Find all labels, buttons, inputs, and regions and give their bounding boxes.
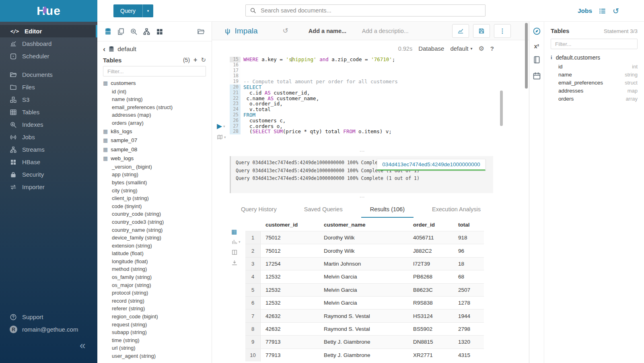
execute-options-caret[interactable]: ▾	[223, 124, 225, 128]
schema-filter[interactable]	[551, 39, 638, 49]
tab-saved-queries[interactable]: Saved Queries	[295, 204, 352, 218]
tab-results-106-[interactable]: Results (106)	[361, 204, 414, 218]
schema-table-name[interactable]: default.customers	[556, 54, 601, 61]
assist-filter-input[interactable]	[107, 68, 202, 75]
assist-column[interactable]: subapp (string)	[97, 328, 212, 336]
collapse-sidebar-icon[interactable]: «	[80, 339, 85, 352]
sidebar-item-dashboard[interactable]: Dashboard	[0, 37, 97, 50]
editor-assistant-icon[interactable]	[533, 27, 541, 37]
assist-column[interactable]: request (string)	[97, 320, 212, 328]
schema-table-row[interactable]: i default.customers	[551, 54, 638, 61]
assist-table-sample-08[interactable]: ▦sample_08	[97, 145, 212, 154]
chart-button[interactable]	[452, 24, 469, 38]
assist-column[interactable]: bytes (smallint)	[97, 179, 212, 187]
editor-scrollbar[interactable]	[500, 91, 503, 126]
info-icon[interactable]: i	[551, 54, 552, 61]
assist-column[interactable]: os_family (string)	[97, 273, 212, 281]
explain-options-caret[interactable]: ▾	[224, 135, 226, 139]
settings-gear-icon[interactable]: ⚙	[478, 45, 484, 52]
new-query-button[interactable]: Query ▾	[113, 4, 153, 17]
sql-code-editor[interactable]: 15WHERE a.key = 'shipping' and a.zip_cod…	[230, 57, 398, 134]
query-history-icon[interactable]: ↺	[283, 27, 288, 35]
history-icon[interactable]: ↺	[613, 7, 619, 15]
download-icon[interactable]	[231, 260, 238, 266]
back-chevron-icon[interactable]: ‹	[103, 45, 105, 53]
sidebar-item-indexes[interactable]: Indexes	[0, 118, 97, 131]
query-button-label[interactable]: Query	[113, 4, 142, 17]
database-name[interactable]: default	[117, 45, 136, 53]
schema-column-addresses[interactable]: addressesmap	[558, 87, 638, 95]
more-actions-button[interactable]: ⋮	[494, 24, 511, 38]
assist-column[interactable]: referer (string)	[97, 305, 212, 313]
query-description-input[interactable]	[361, 27, 415, 35]
refresh-icon[interactable]: ↻	[201, 56, 206, 64]
assist-column[interactable]: country_code (string)	[97, 210, 212, 218]
job-id-link[interactable]: 034d413ec7474ed5:4249de1000000000	[377, 159, 486, 171]
assist-column[interactable]: _version_ (bigint)	[97, 163, 212, 171]
explain-button[interactable]: ▾	[217, 134, 226, 140]
sidebar-item-hbase[interactable]: HBase	[0, 156, 97, 168]
assist-table-sample-07[interactable]: ▦sample_07	[97, 136, 212, 145]
functions-icon[interactable]: x²	[534, 43, 539, 50]
query-dropdown-caret[interactable]: ▾	[142, 4, 153, 17]
sidebar-item-jobs[interactable]: Jobs	[0, 131, 97, 143]
assist-table-k8s-logs[interactable]: ▦k8s_logs	[97, 127, 212, 136]
sidebar-item-security[interactable]: Security	[0, 168, 97, 181]
tab-query-history[interactable]: Query History	[232, 204, 286, 218]
documents-copy-icon[interactable]	[117, 28, 125, 35]
assist-column[interactable]: record (string)	[97, 297, 212, 305]
database-select[interactable]: default▾	[450, 45, 472, 52]
assist-column[interactable]: country_name (string)	[97, 226, 212, 234]
assist-column[interactable]: user_agent (string)	[97, 352, 212, 360]
schema-column-id[interactable]: idint	[558, 62, 638, 70]
sidebar-item-tables[interactable]: Tables	[0, 106, 97, 118]
assist-column[interactable]: name (string)	[97, 95, 212, 103]
apps-grid-icon[interactable]	[156, 28, 163, 35]
databases-icon[interactable]	[104, 28, 112, 35]
assist-column[interactable]: device_family (string)	[97, 234, 212, 242]
add-table-icon[interactable]: +	[193, 56, 197, 64]
assist-column[interactable]: country_code3 (string)	[97, 218, 212, 226]
columns-view-icon[interactable]	[231, 249, 238, 256]
assist-column[interactable]: longitude (float)	[97, 258, 212, 266]
execute-button[interactable]: ▶ ▾	[217, 123, 225, 130]
assist-column[interactable]: time (string)	[97, 336, 212, 344]
assist-column[interactable]: region_code (bigint)	[97, 313, 212, 321]
assist-column[interactable]: client_ip (string)	[97, 194, 212, 202]
assist-column[interactable]: latitude (float)	[97, 250, 212, 258]
schema-filter-input[interactable]	[554, 41, 634, 47]
sidebar-item-user[interactable]: R romain@gethue.com	[0, 323, 97, 336]
assist-column[interactable]: orders (array)	[97, 119, 212, 127]
assist-table-web-logs[interactable]: ▦web_logs	[97, 154, 212, 163]
results-resize-handle[interactable]: ⋯	[230, 194, 495, 200]
schema-column-email-preferences[interactable]: email_preferencesstruct	[558, 78, 638, 87]
assist-column[interactable]: code (tinyint)	[97, 202, 212, 210]
search-input[interactable]	[260, 7, 481, 14]
grid-view-icon[interactable]: ▦	[231, 229, 237, 235]
assist-column[interactable]: url (string)	[97, 344, 212, 352]
main-scrollbar[interactable]	[525, 23, 528, 89]
log-resize-handle[interactable]: ⋯	[230, 148, 495, 154]
chart-view-icon[interactable]: ▾	[231, 239, 241, 245]
schema-column-orders[interactable]: ordersarray	[558, 95, 638, 103]
assist-column[interactable]: extension (string)	[97, 241, 212, 250]
sidebar-item-s3[interactable]: S3	[0, 93, 97, 106]
assist-column[interactable]: method (string)	[97, 265, 212, 273]
sidebar-item-streams[interactable]: Streams	[0, 143, 97, 156]
open-folder-icon[interactable]	[197, 28, 205, 35]
hue-logo[interactable]: Hue	[37, 5, 61, 17]
jobs-link[interactable]: Jobs	[578, 7, 592, 14]
assist-column[interactable]: city (string)	[97, 186, 212, 194]
assist-column[interactable]: protocol (string)	[97, 289, 212, 297]
schedule-icon[interactable]	[533, 72, 541, 82]
assist-column[interactable]: email_preferences (struct)	[97, 103, 212, 111]
sidebar-item-scheduler[interactable]: Scheduler	[0, 50, 97, 62]
zoom-in-icon[interactable]	[130, 28, 138, 35]
query-name-input[interactable]	[308, 27, 356, 35]
save-button[interactable]	[473, 24, 490, 38]
sitemap-icon[interactable]	[143, 28, 150, 35]
tab-execution-analysis[interactable]: Execution Analysis	[423, 204, 490, 218]
schema-column-name[interactable]: namestring	[558, 70, 638, 78]
assist-table-customers[interactable]: ▦customers	[97, 78, 212, 87]
sidebar-item-support[interactable]: Support	[0, 311, 97, 323]
